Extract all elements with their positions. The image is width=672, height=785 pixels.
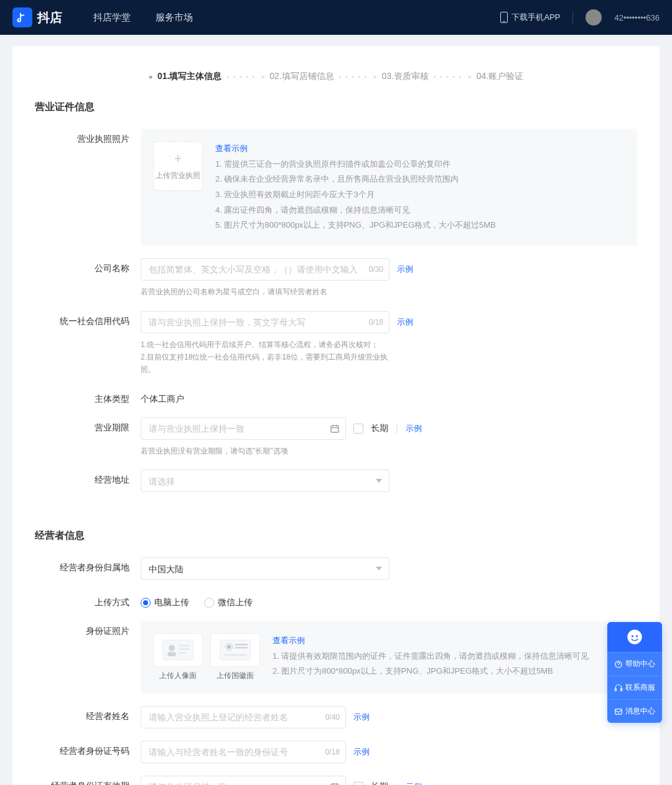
message-center-button[interactable]: 消息中心 — [607, 699, 662, 723]
chevron-down-icon — [376, 479, 382, 483]
phone-icon — [500, 12, 508, 23]
id-expiry-input[interactable] — [141, 776, 346, 785]
upload-id-back-button[interactable] — [210, 633, 260, 667]
nav-link-academy[interactable]: 抖店学堂 — [93, 12, 131, 24]
step-4: 04.账户验证 — [477, 71, 523, 82]
help-center-button[interactable]: 帮助中心 — [607, 652, 662, 676]
label-id-photo: 身份证照片 — [35, 621, 141, 637]
download-app-link[interactable]: 下载手机APP — [500, 12, 560, 24]
tip-text: 4. 露出证件四角，请勿遮挡或模糊，保持信息清晰可见 — [215, 205, 410, 215]
label-upload-method: 上传方式 — [35, 592, 141, 608]
message-icon — [614, 707, 623, 716]
long-term-checkbox[interactable] — [353, 424, 363, 434]
help-panel: 帮助中心 联系商服 消息中心 — [607, 622, 662, 723]
long-term-label: 长期 — [371, 781, 388, 785]
view-example-link[interactable]: 查看示例 — [215, 144, 248, 153]
step-1: 01.填写主体信息 — [157, 71, 222, 82]
label-id-expiry: 经营者身份证有效期 — [35, 776, 141, 785]
logo-text: 抖店 — [37, 9, 62, 26]
tip-text: 1. 请提供有效期限范围内的证件，证件需露出四角，请勿遮挡或模糊，保持信息清晰可… — [273, 651, 589, 661]
address-select[interactable]: 请选择 — [141, 470, 390, 492]
counter: 0/18 — [369, 318, 383, 327]
entity-type-value: 个体工商户 — [141, 389, 637, 405]
uscc-input[interactable] — [141, 311, 390, 333]
step-3: 03.资质审核 — [381, 71, 428, 82]
operator-id-input[interactable] — [141, 741, 346, 763]
divider — [572, 12, 573, 23]
id-front-label: 上传人像面 — [153, 671, 203, 681]
tip-text: 2. 图片尺寸为800*800px以上，支持PNG、JPG和JPEG格式，大小不… — [273, 666, 553, 676]
step-indicator: » 01.填写主体信息 • • • • •» 02.填写店铺信息 • • • •… — [12, 65, 660, 101]
company-name-input[interactable] — [141, 258, 390, 281]
svg-rect-7 — [220, 640, 250, 660]
label-uscc: 统一社会信用代码 — [35, 311, 141, 327]
section-title-license: 营业证件信息 — [12, 101, 660, 114]
example-link[interactable]: 示例 — [406, 781, 422, 785]
question-icon — [614, 660, 623, 669]
counter: 0/18 — [325, 748, 340, 756]
example-link[interactable]: 示例 — [353, 712, 370, 723]
chevron-down-icon — [376, 567, 382, 570]
tip-text: 2. 确保未在企业经营异常名录中，且所售商品在营业执照经营范围内 — [215, 174, 459, 183]
example-link[interactable]: 示例 — [397, 317, 413, 328]
avatar[interactable] — [586, 9, 602, 26]
hint-text: 若营业执照没有营业期限，请勾选"长期"选项 — [141, 445, 402, 457]
svg-rect-12 — [224, 654, 247, 656]
svg-rect-19 — [621, 689, 622, 691]
hint-text: 若营业执照的公司名称为星号或空白，请填写经营者姓名 — [141, 286, 402, 298]
label-company-name: 公司名称 — [35, 258, 141, 274]
operator-name-input[interactable] — [141, 706, 346, 728]
nav-link-market[interactable]: 服务市场 — [156, 12, 193, 24]
id-region-select[interactable]: 中国大陆 — [141, 557, 390, 580]
upload-id-front-button[interactable] — [153, 633, 203, 667]
svg-rect-6 — [179, 652, 187, 654]
label-operator-id: 经营者身份证号码 — [35, 741, 141, 757]
label-period: 营业期限 — [35, 417, 141, 434]
tip-text: 5. 图片尺寸为800*800px以上，支持PNG、JPG和JPEG格式，大小不… — [215, 220, 496, 230]
radio-icon — [204, 598, 214, 608]
svg-point-15 — [632, 635, 634, 638]
svg-point-9 — [227, 645, 231, 649]
section-title-operator: 经营者信息 — [12, 529, 660, 542]
upload-license-button[interactable]: + 上传营业执照 — [153, 141, 203, 191]
user-id: 42••••••••636 — [614, 13, 660, 22]
long-term-checkbox[interactable] — [353, 782, 363, 785]
tip-text: 1. 需提供三证合一的营业执照原件扫描件或加盖公司公章的复印件 — [215, 159, 450, 169]
label-address: 经营地址 — [35, 470, 141, 486]
label-id-region: 经营者身份归属地 — [35, 557, 141, 574]
logo-icon — [12, 7, 32, 27]
hint-text: 1.统一社会信用代码用于后续开户、结算等核心流程，请务必再次核对； 2.目前仅支… — [141, 338, 402, 376]
svg-rect-18 — [615, 689, 616, 691]
help-bot-icon[interactable] — [607, 622, 662, 652]
app-header: 抖店 抖店学堂 服务市场 下载手机APP 42••••••••636 — [0, 0, 672, 35]
example-link[interactable]: 示例 — [397, 264, 413, 275]
counter: 0/40 — [325, 713, 340, 722]
example-link[interactable]: 示例 — [406, 423, 422, 434]
calendar-icon — [330, 782, 340, 785]
svg-rect-4 — [179, 645, 190, 647]
period-input[interactable] — [141, 417, 346, 440]
long-term-label: 长期 — [371, 423, 388, 434]
svg-point-16 — [636, 635, 638, 638]
svg-rect-3 — [167, 652, 175, 656]
svg-rect-20 — [615, 708, 622, 713]
tip-text: 3. 营业执照有效期截止时间距今应大于3个月 — [215, 190, 375, 199]
counter: 0/30 — [369, 265, 383, 274]
radio-pc-upload[interactable]: 电脑上传 — [141, 597, 189, 608]
contact-service-button[interactable]: 联系商服 — [607, 676, 662, 699]
svg-rect-10 — [235, 644, 248, 646]
label-license-photo: 营业执照照片 — [35, 129, 141, 145]
view-example-link[interactable]: 查看示例 — [273, 636, 305, 645]
calendar-icon — [330, 424, 340, 434]
top-nav: 抖店学堂 服务市场 — [93, 12, 193, 24]
id-back-label: 上传国徽面 — [210, 671, 260, 681]
radio-wechat-upload[interactable]: 微信上传 — [204, 597, 253, 608]
radio-icon — [141, 598, 151, 608]
svg-rect-11 — [235, 647, 248, 649]
example-link[interactable]: 示例 — [353, 746, 370, 758]
svg-rect-0 — [331, 425, 338, 432]
label-operator-name: 经营者姓名 — [35, 706, 141, 722]
svg-point-14 — [627, 629, 642, 644]
plus-icon: + — [174, 152, 182, 165]
logo[interactable]: 抖店 — [12, 7, 62, 27]
